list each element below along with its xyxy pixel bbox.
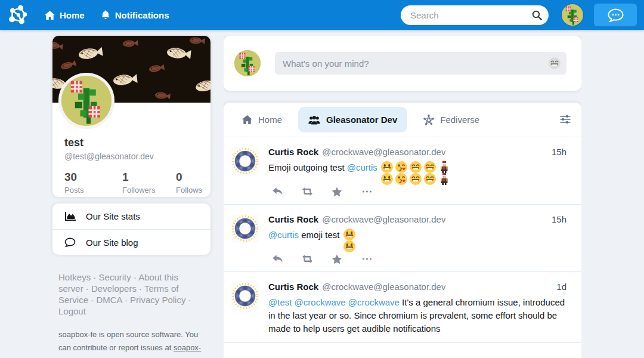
favourite-button[interactable]	[332, 187, 343, 197]
stat-value: 1	[122, 171, 176, 184]
repost-button[interactable]	[302, 187, 313, 197]
post-author-handle: @crockwave@gleasonator.dev	[322, 282, 445, 292]
search-input[interactable]	[409, 10, 527, 21]
site-link-label: Our Site blog	[86, 237, 138, 248]
tab-home[interactable]: Home	[233, 107, 291, 132]
post-author-name[interactable]: Curtis Rock	[268, 282, 318, 292]
search-icon[interactable]	[532, 10, 542, 20]
chat-button[interactable]	[594, 4, 637, 26]
tab-label: Gleasonator Dev	[326, 115, 397, 125]
more-button[interactable]	[361, 187, 373, 197]
post-content: Emoji outgoing test @curtis	[268, 161, 566, 174]
timeline-tabs: Home Gleasonator Dev Fediverse	[224, 103, 581, 137]
site-link-label: Our Site stats	[86, 211, 140, 221]
favourite-button[interactable]	[332, 254, 343, 264]
tab-label: Home	[258, 115, 282, 125]
tab-fediverse[interactable]: Fediverse	[414, 107, 488, 133]
reply-button[interactable]	[272, 187, 283, 197]
stat-label: Posts	[64, 186, 122, 195]
mention-link[interactable]: @curtis	[347, 162, 377, 172]
fediverse-icon	[423, 115, 434, 125]
post: Curtis Rock @crockwave@gleasonator.dev 1…	[224, 272, 581, 343]
site-link-our-site-stats[interactable]: Our Site stats	[52, 203, 210, 229]
kissing-heart-emoji	[395, 161, 407, 173]
post: Curtis Rock @crockwave@gleasonator.dev 1…	[224, 205, 581, 272]
post-timestamp[interactable]: 15h	[546, 147, 566, 157]
profile-handle: @test@gleasonator.dev	[64, 152, 199, 161]
reply-button[interactable]	[272, 254, 283, 264]
nav-notifications-label: Notifications	[115, 10, 169, 20]
stat-value: 0	[176, 171, 210, 184]
post-content: @curtis emoji test	[268, 229, 566, 242]
beaming-face-emoji	[410, 161, 422, 173]
grinning-face-emoji	[343, 229, 355, 240]
left-sidebar: test @test@gleasonator.dev 30Posts1Follo…	[52, 36, 210, 358]
home-icon	[45, 11, 55, 20]
site-link-our-site-blog[interactable]: Our Site blog	[52, 229, 210, 255]
emoji-picker-button[interactable]	[549, 57, 561, 69]
profile-stat-posts[interactable]: 30Posts	[64, 171, 122, 195]
post-timestamp[interactable]: 15h	[546, 214, 566, 224]
nav-notifications[interactable]: Notifications	[101, 10, 169, 20]
footer-about: soapbox-fe is open source software. You …	[58, 328, 208, 358]
post-author-avatar[interactable]	[231, 282, 259, 310]
profile-stat-follows[interactable]: 0Follows	[176, 171, 210, 195]
mention-link[interactable]: @crockwave	[348, 297, 400, 307]
tab-label: Fediverse	[440, 115, 479, 125]
post-author-handle: @crockwave@gleasonator.dev	[322, 147, 445, 157]
custom-festive-emoji	[438, 161, 450, 173]
users-icon	[308, 115, 320, 125]
post-author-name[interactable]: Curtis Rock	[268, 147, 318, 157]
mention-link[interactable]: @test	[268, 297, 292, 307]
stat-value: 30	[64, 171, 122, 184]
compose-placeholder: What's on your mind?	[283, 58, 369, 69]
repost-button[interactable]	[302, 254, 313, 264]
mention-link[interactable]: @crockwave	[295, 297, 346, 307]
timeline-settings-button[interactable]	[560, 115, 571, 124]
soapbox-logo[interactable]	[7, 4, 29, 26]
navbar-user-avatar[interactable]	[562, 4, 583, 26]
post: Curtis Rock @crockwave@gleasonator.dev 1…	[224, 137, 581, 205]
post-author-avatar[interactable]	[231, 147, 259, 175]
post-timestamp[interactable]: 1d	[550, 282, 566, 292]
profile-avatar[interactable]	[58, 73, 114, 129]
search-box	[401, 5, 549, 25]
stat-label: Followers	[122, 186, 176, 195]
footer-links: Hotkeys · Security · About this server ·…	[58, 271, 192, 317]
site-links-card: Our Site stats Our Site blog	[52, 203, 210, 255]
composer-avatar[interactable]	[234, 50, 261, 76]
post-actions	[268, 187, 566, 197]
chart-area-icon	[64, 212, 76, 221]
sidebar-footer: Hotkeys · Security · About this server ·…	[52, 271, 210, 358]
post-author-handle: @crockwave@gleasonator.dev	[322, 214, 445, 224]
profile-display-name[interactable]: test	[64, 137, 199, 149]
footer-link-privacy-policy[interactable]: Privacy Policy	[130, 295, 185, 305]
post-author-avatar[interactable]	[231, 214, 259, 243]
mention-link[interactable]: @curtis	[268, 230, 299, 240]
tab-gleasonator-dev[interactable]: Gleasonator Dev	[298, 107, 407, 132]
nav-home[interactable]: Home	[45, 10, 85, 20]
post-content: @test @crockwave @crockwave It's a gener…	[268, 296, 566, 335]
nav-home-label: Home	[60, 10, 85, 20]
footer-link-dmca[interactable]: DMCA	[96, 295, 122, 305]
profile-stats: 30Posts1Followers0Follows	[52, 161, 210, 195]
profile-card: test @test@gleasonator.dev 30Posts1Follo…	[52, 36, 210, 197]
footer-link-security[interactable]: Security	[99, 272, 131, 282]
timeline-column: What's on your mind? Home Gleasonator De…	[224, 36, 581, 358]
compose-card: What's on your mind?	[224, 36, 581, 91]
timeline-card: Home Gleasonator Dev Fediverse Curtis Ro…	[224, 103, 581, 358]
compose-input[interactable]: What's on your mind?	[275, 52, 566, 75]
stat-label: Follows	[176, 186, 210, 195]
more-button[interactable]	[361, 254, 373, 264]
post-actions	[268, 254, 566, 264]
speech-bubble-icon	[64, 237, 76, 248]
footer-link-logout[interactable]: Logout	[58, 306, 86, 316]
footer-link-hotkeys[interactable]: Hotkeys	[58, 272, 91, 282]
footer-link-developers[interactable]: Developers	[91, 283, 137, 294]
grinning-face-emoji	[381, 161, 393, 173]
home-icon	[242, 115, 252, 124]
profile-stat-followers[interactable]: 1Followers	[122, 171, 176, 195]
beaming-face-emoji	[424, 161, 436, 173]
post-author-name[interactable]: Curtis Rock	[268, 214, 318, 224]
chat-icon	[608, 8, 624, 22]
